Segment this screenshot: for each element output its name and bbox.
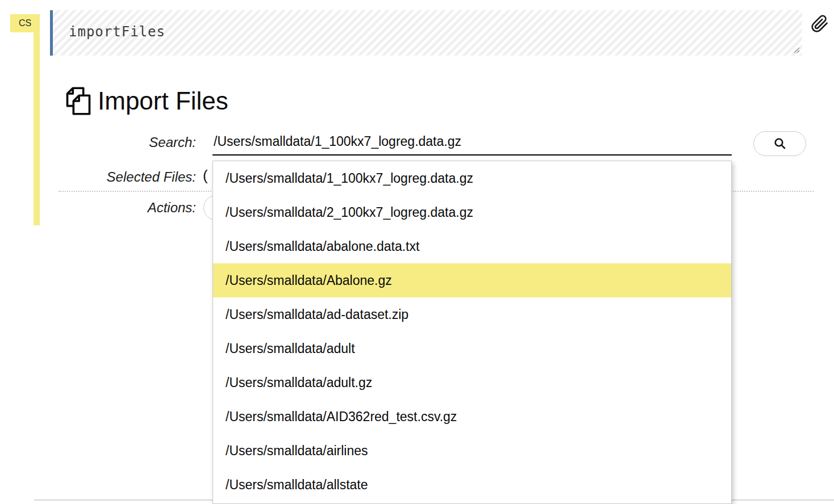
dropdown-item[interactable]: /Users/smalldata/1_100kx7_logreg.data.gz (213, 161, 731, 195)
selected-files-open-paren: ( (203, 167, 208, 184)
typeahead-dropdown: /Users/smalldata/1_100kx7_logreg.data.gz… (212, 161, 732, 504)
dropdown-item[interactable]: /Users/smalldata/2_100kx7_logreg.data.gz (213, 195, 731, 229)
dropdown-item[interactable]: /Users/smalldata/AID362red_test.csv.gz (213, 400, 731, 434)
selected-files-label: Selected Files: (0, 169, 196, 185)
actions-label: Actions: (0, 200, 196, 216)
cell-type-badge: CS (10, 14, 40, 32)
dropdown-item[interactable]: /Users/smalldata/adult (213, 331, 731, 366)
cell-selection-bar (34, 32, 40, 225)
search-input[interactable] (212, 131, 732, 156)
files-icon (64, 86, 93, 116)
code-text[interactable]: importFiles (69, 24, 165, 40)
flow-notebook-cell: CS importFiles Import Files Search: (0, 0, 834, 504)
dropdown-item[interactable]: /Users/smalldata/Abalone.gz (213, 263, 731, 297)
search-icon (773, 137, 787, 150)
dropdown-item[interactable]: /Users/smalldata/abalone.data.txt (213, 229, 731, 263)
resize-handle-icon[interactable] (791, 45, 800, 54)
page-title: Import Files (98, 87, 228, 115)
search-label: Search: (0, 135, 196, 150)
dropdown-item[interactable]: /Users/smalldata/allstate (213, 468, 731, 502)
dropdown-item[interactable]: /Users/smalldata/ad-dataset.zip (213, 297, 731, 331)
paperclip-icon[interactable] (811, 14, 829, 34)
code-input-area[interactable]: importFiles (50, 10, 802, 56)
search-button[interactable] (753, 131, 806, 156)
dropdown-item[interactable]: /Users/smalldata/airlines (213, 434, 731, 468)
dropdown-item[interactable]: /Users/smalldata/adult.gz (213, 366, 731, 400)
